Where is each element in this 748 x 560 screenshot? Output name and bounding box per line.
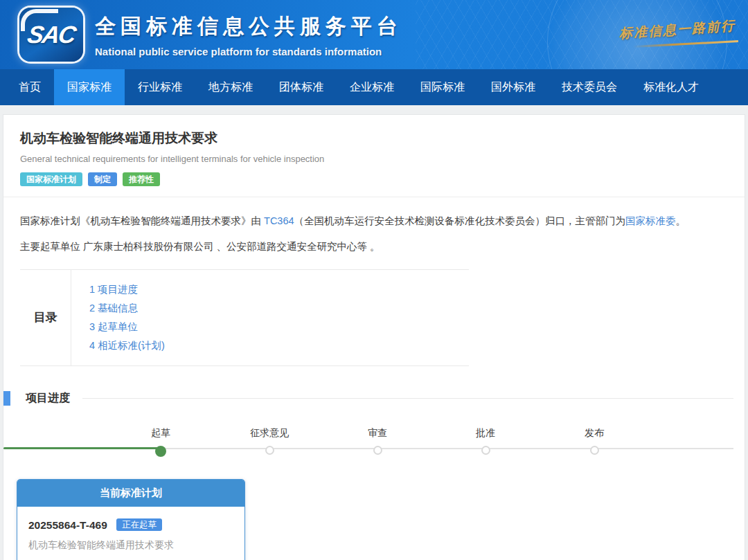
- timeline-step-comment-solicitation: 征求意见: [250, 427, 289, 455]
- intro-paragraph: 国家标准计划《机动车检验智能终端通用技术要求》由 TC364（全国机动车运行安全…: [20, 214, 728, 229]
- timeline-step-approval: 批准: [476, 427, 495, 455]
- badge-recommended: 推荐性: [123, 172, 160, 186]
- nav-item-standardization-talent[interactable]: 标准化人才: [630, 69, 712, 105]
- timeline-step-label: 发布: [585, 427, 604, 440]
- nav-item-national-standards[interactable]: 国家标准: [54, 69, 125, 105]
- timeline-step-label: 起草: [151, 427, 170, 440]
- nav-item-technical-committees[interactable]: 技术委员会: [549, 69, 630, 105]
- timeline-dot-filled: [155, 446, 166, 457]
- standard-title-en: General technical requirements for intel…: [20, 154, 728, 164]
- toc-link-project-progress[interactable]: 1 项目进度: [89, 280, 165, 299]
- timeline-dot-hollow: [481, 446, 490, 455]
- content-panel: 机动车检验智能终端通用技术要求 General technical requir…: [3, 114, 745, 560]
- toc-link-drafting-units[interactable]: 3 起草单位: [89, 318, 165, 336]
- toc-list: 1 项目进度 2 基础信息 3 起草单位 4 相近标准(计划): [71, 270, 165, 365]
- timeline-step-label: 批准: [476, 427, 495, 440]
- badge-row: 国家标准计划 制定 推荐性: [20, 172, 728, 197]
- platform-title: 全国标准信息公共服务平台: [95, 12, 402, 41]
- timeline-dot-hollow: [265, 446, 274, 455]
- standard-title: 机动车检验智能终端通用技术要求: [20, 129, 728, 147]
- timeline-step-publication: 发布: [585, 427, 604, 455]
- banner-titles: 全国标准信息公共服务平台 National public service pla…: [95, 12, 402, 57]
- nav-item-local-standards[interactable]: 地方标准: [195, 69, 266, 105]
- toc-box: 目录 1 项目进度 2 基础信息 3 起草单位 4 相近标准(计划): [20, 269, 469, 366]
- timeline-dot-hollow: [590, 446, 599, 455]
- project-progress-section-header: 项目进度: [3, 391, 745, 406]
- main-navigation: 首页 国家标准 行业标准 地方标准 团体标准 企业标准 国际标准 国外标准 技术…: [0, 69, 748, 105]
- nav-item-foreign-standards[interactable]: 国外标准: [478, 69, 549, 105]
- drafting-units-paragraph: 主要起草单位 广东康士柏科技股份有限公司 、公安部道路交通安全研究中心等 。: [20, 240, 728, 255]
- nav-item-enterprise-standards[interactable]: 企业标准: [337, 69, 407, 105]
- nav-item-industry-standards[interactable]: 行业标准: [125, 69, 195, 105]
- progress-timeline: 起草 征求意见 审查 批准 发布: [3, 423, 745, 459]
- intro-text-3: 。: [676, 215, 686, 226]
- timeline-step-review: 审查: [368, 427, 387, 455]
- plan-card-body: 20255864-T-469 正在起草 机动车检验智能终端通用技术要求: [17, 507, 244, 560]
- status-badge: 正在起草: [116, 518, 162, 532]
- sac-logo[interactable]: SAC: [19, 8, 83, 62]
- section-title: 项目进度: [26, 391, 70, 406]
- platform-subtitle: National public service platform for sta…: [95, 46, 402, 57]
- nav-item-group-standards[interactable]: 团体标准: [266, 69, 337, 105]
- timeline-step-drafting: 起草: [151, 427, 170, 457]
- nav-item-international-standards[interactable]: 国际标准: [407, 69, 478, 105]
- badge-plan-type: 国家标准计划: [20, 172, 82, 186]
- plan-card-header: 当前标准计划: [17, 480, 244, 507]
- tc364-link[interactable]: TC364: [264, 215, 294, 226]
- timeline-dot-hollow: [373, 446, 382, 455]
- header-banner: SAC 全国标准信息公共服务平台 National public service…: [0, 0, 748, 69]
- sac-committee-link[interactable]: 国家标准委: [625, 215, 676, 226]
- intro-block: 国家标准计划《机动车检验智能终端通用技术要求》由 TC364（全国机动车运行安全…: [3, 197, 745, 255]
- plan-card-title: 机动车检验智能终端通用技术要求: [28, 539, 233, 552]
- standard-header-block: 机动车检验智能终端通用技术要求 General technical requir…: [3, 115, 745, 197]
- timeline-step-label: 征求意见: [250, 427, 289, 440]
- section-marker-icon: [3, 391, 10, 406]
- timeline-progress-bar: [3, 447, 161, 449]
- current-plan-card[interactable]: 当前标准计划 20255864-T-469 正在起草 机动车检验智能终端通用技术…: [17, 479, 245, 560]
- sac-logo-text: SAC: [26, 21, 78, 48]
- toc-link-similar-standards[interactable]: 4 相近标准(计划): [89, 336, 165, 355]
- nav-item-home[interactable]: 首页: [6, 69, 54, 105]
- intro-text-1: 国家标准计划《机动车检验智能终端通用技术要求》由: [20, 215, 264, 226]
- timeline-step-label: 审查: [368, 427, 387, 440]
- badge-develop-type: 制定: [88, 172, 117, 186]
- toc-link-basic-info[interactable]: 2 基础信息: [89, 299, 165, 318]
- section-rule: [82, 398, 733, 399]
- intro-text-2: （全国机动车运行安全技术检测设备标准化技术委员会）归口，主管部门为: [294, 215, 626, 226]
- toc-label: 目录: [20, 270, 71, 365]
- plan-number: 20255864-T-469: [28, 519, 107, 531]
